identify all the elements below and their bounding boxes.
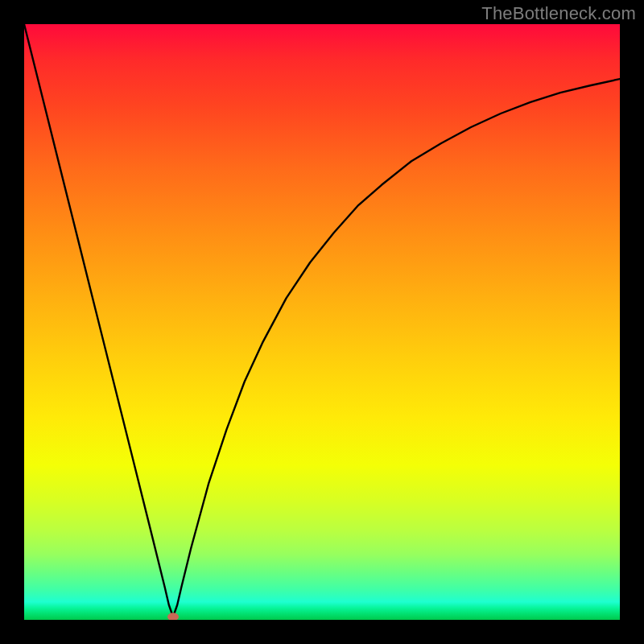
plot-area	[24, 24, 620, 620]
optimal-marker	[167, 613, 179, 620]
chart-frame: TheBottleneck.com	[0, 0, 644, 644]
curve-svg	[24, 24, 620, 620]
bottleneck-curve	[24, 24, 620, 617]
watermark-text: TheBottleneck.com	[481, 3, 636, 24]
